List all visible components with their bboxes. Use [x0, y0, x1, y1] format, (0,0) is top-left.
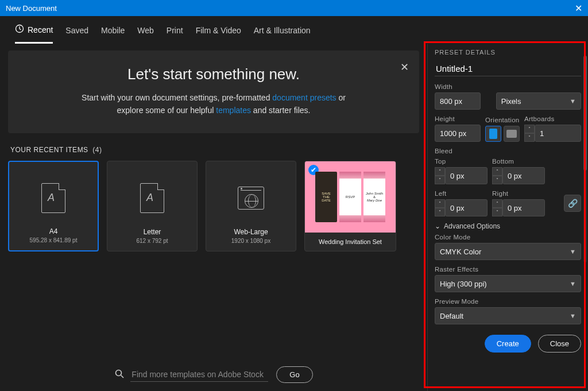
tab-label: Saved	[65, 26, 88, 35]
tab-label: Print	[167, 26, 183, 35]
template-card-wedding[interactable]: ✔ SAVETHEDATE RSVP John Smith&Mary Doe W…	[304, 161, 396, 251]
orientation-portrait-button[interactable]	[485, 126, 501, 142]
units-select[interactable]: Pixels ▼	[496, 92, 581, 110]
width-label: Width	[435, 83, 492, 90]
search-icon	[114, 369, 125, 381]
close-button[interactable]: Close	[538, 335, 581, 353]
chevron-down-icon: ▼	[570, 98, 576, 104]
window-close-button[interactable]: ✕	[575, 3, 582, 14]
card-subtitle: 595.28 x 841.89 pt	[30, 237, 78, 243]
chevron-down-icon: ▼	[570, 312, 576, 319]
chevron-down-icon: ▼	[570, 280, 576, 287]
tab-label: Web	[137, 26, 154, 35]
create-button[interactable]: Create	[485, 335, 531, 353]
document-icon: A	[41, 169, 65, 227]
hero-close-button[interactable]: ✕	[400, 61, 409, 73]
chevron-down-icon: ▼	[570, 248, 576, 255]
tab-label: Recent	[28, 25, 53, 34]
tab-recent[interactable]: Recent	[15, 24, 53, 44]
window-title: New Document	[6, 4, 57, 13]
preview-mode-select[interactable]: Default ▼	[435, 307, 581, 324]
bleed-right-stepper[interactable]: ˄˅	[492, 199, 502, 216]
color-mode-label: Color Mode	[435, 234, 581, 241]
stock-search-input[interactable]: Find more templates on Adobe Stock	[130, 367, 268, 382]
card-title: A4	[49, 227, 58, 235]
artboards-label: Artboards	[524, 115, 581, 122]
bleed-bottom-label: Bottom	[492, 158, 545, 165]
tab-print[interactable]: Print	[167, 26, 183, 42]
bleed-bottom-stepper[interactable]: ˄˅	[492, 167, 502, 184]
orientation-landscape-button[interactable]	[504, 126, 520, 142]
bleed-right-label: Right	[492, 190, 545, 197]
tab-label: Art & Illustration	[254, 26, 311, 35]
tab-label: Film & Video	[196, 26, 241, 35]
orientation-label: Orientation	[485, 117, 520, 123]
bleed-top-stepper[interactable]: ˄˅	[435, 167, 445, 184]
hero-banner: ✕ Let's start something new. Start with …	[8, 51, 419, 133]
advanced-options-toggle[interactable]: ⌄ Advanced Options	[435, 222, 581, 230]
width-input[interactable]: 800 px	[435, 92, 481, 110]
tab-label: Mobile	[101, 26, 125, 35]
artboards-stepper[interactable]: ˄˅	[524, 125, 535, 142]
tab-web[interactable]: Web	[137, 26, 154, 42]
bleed-bottom-input[interactable]: 0 px	[502, 167, 545, 184]
bleed-top-label: Top	[435, 158, 488, 165]
svg-point-1	[116, 370, 122, 376]
color-mode-select[interactable]: CMYK Color ▼	[435, 243, 581, 260]
raster-effects-label: Raster Effects	[435, 266, 581, 273]
chevron-down-icon: ⌄	[435, 222, 440, 230]
hero-text: Start with your own document settings, p…	[25, 91, 402, 117]
tab-saved[interactable]: Saved	[65, 26, 88, 42]
link-templates[interactable]: templates	[216, 106, 251, 115]
bleed-left-label: Left	[435, 190, 488, 197]
card-subtitle: 612 x 792 pt	[136, 238, 168, 244]
preset-card-a4[interactable]: A A4 595.28 x 841.89 pt	[8, 161, 99, 251]
hero-heading: Let's start something new.	[25, 65, 402, 83]
bleed-label: Bleed	[435, 148, 581, 154]
stock-search-row: Find more templates on Adobe Stock Go	[0, 366, 427, 383]
card-subtitle: 1920 x 1080 px	[231, 238, 270, 244]
bleed-top-input[interactable]: 0 px	[445, 167, 488, 184]
go-button[interactable]: Go	[276, 366, 312, 383]
tab-mobile[interactable]: Mobile	[101, 26, 125, 42]
preset-details-panel: PRESET DETAILS Untitled-1 Width 800 px P…	[427, 44, 588, 391]
artboards-input[interactable]: 1	[535, 125, 581, 142]
tab-film-video[interactable]: Film & Video	[196, 26, 241, 42]
card-title: Web-Large	[234, 228, 268, 236]
document-name-input[interactable]: Untitled-1	[435, 61, 581, 76]
bleed-left-input[interactable]: 0 px	[445, 199, 488, 216]
tab-art-illustration[interactable]: Art & Illustration	[254, 26, 311, 42]
preset-card-web-large[interactable]: Web-Large 1920 x 1080 px	[206, 161, 296, 251]
height-label: Height	[435, 115, 481, 122]
preset-details-header: PRESET DETAILS	[435, 49, 581, 56]
preview-mode-label: Preview Mode	[435, 298, 581, 305]
category-tabs: Recent Saved Mobile Web Print Film & Vid…	[0, 16, 588, 44]
card-title: Wedding Invitation Set	[305, 233, 396, 251]
bleed-right-input[interactable]: 0 px	[502, 199, 545, 216]
clock-icon	[15, 24, 24, 35]
recent-items-row: A A4 595.28 x 841.89 pt A Letter 612 x 7…	[8, 161, 419, 251]
raster-effects-select[interactable]: High (300 ppi) ▼	[435, 275, 581, 292]
template-thumbnail: ✔ SAVETHEDATE RSVP John Smith&Mary Doe	[305, 161, 396, 233]
recent-items-header: YOUR RECENT ITEMS (4)	[10, 146, 419, 154]
titlebar: New Document ✕	[0, 0, 588, 16]
document-icon: A	[140, 168, 164, 228]
height-input[interactable]: 1000 px	[435, 125, 481, 142]
preset-card-letter[interactable]: A Letter 612 x 792 pt	[107, 161, 198, 251]
svg-line-2	[121, 375, 124, 378]
link-bleed-button[interactable]: 🔗	[564, 195, 581, 212]
link-document-presets[interactable]: document presets	[272, 93, 336, 102]
link-icon: 🔗	[568, 199, 578, 208]
left-pane: ✕ Let's start something new. Start with …	[0, 44, 427, 391]
bleed-left-stepper[interactable]: ˄˅	[435, 199, 445, 216]
panel-scrollbar[interactable]	[583, 56, 587, 262]
card-title: Letter	[144, 228, 161, 236]
browser-icon	[238, 168, 264, 228]
